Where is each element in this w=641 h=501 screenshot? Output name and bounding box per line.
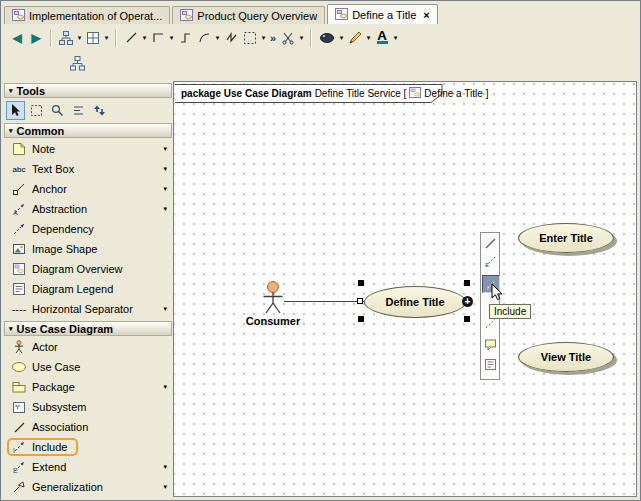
grid-tool-button[interactable] — [84, 28, 102, 48]
main-toolbar: ◀ ▶ ▾ ▾ ▾ ▾ ▾ ▾ » ▾ ▾ ▾ A ▾ — [4, 25, 637, 50]
comment-smart-button[interactable] — [483, 337, 498, 352]
association-line[interactable] — [284, 301, 364, 302]
use-case-label: Define Title — [385, 296, 444, 308]
chevron-down-icon[interactable]: ▾ — [163, 383, 167, 391]
actor-label[interactable]: Consumer — [237, 315, 309, 327]
toolbar-overflow-icon[interactable]: » — [268, 32, 278, 44]
chevron-down-icon[interactable]: ▾ — [163, 463, 167, 471]
note-icon — [11, 142, 27, 156]
zigzag-path-button[interactable] — [222, 28, 240, 48]
frame-header-diagram-name: Define a Title — [424, 88, 482, 99]
chevron-down-icon[interactable]: ▾ — [163, 483, 167, 491]
frame-header-bracket: ] — [486, 88, 489, 99]
dashed-rect-tool-button[interactable] — [241, 28, 259, 48]
chevron-down-icon[interactable]: ▾ — [365, 34, 372, 42]
palette-item-include[interactable]: I Include — [4, 437, 172, 457]
diagram-icon — [180, 9, 193, 23]
forward-button[interactable]: ▶ — [27, 28, 45, 48]
chevron-down-icon[interactable]: ▾ — [163, 205, 167, 213]
chevron-down-icon[interactable]: ▾ — [260, 34, 267, 42]
selection-handle[interactable] — [464, 316, 470, 322]
tab-define-a-title[interactable]: Define a Title × — [327, 4, 438, 24]
image-shape-icon — [11, 242, 27, 256]
chevron-down-icon[interactable]: ▾ — [163, 185, 167, 193]
palette-item-package[interactable]: Package ▾ — [4, 377, 172, 397]
bent-path-button[interactable] — [176, 28, 194, 48]
chevron-down-icon[interactable]: ▾ — [392, 34, 399, 42]
selection-handle[interactable] — [464, 280, 470, 286]
svg-text:E: E — [485, 262, 489, 268]
containment-tool-button[interactable] — [67, 53, 87, 73]
chevron-down-icon[interactable]: ▾ — [298, 34, 305, 42]
selection-handle[interactable] — [358, 280, 364, 286]
diagram-icon — [335, 8, 348, 22]
align-tool-button[interactable] — [69, 101, 88, 120]
include-highlight-box: I Include — [7, 438, 78, 456]
palette-item-association[interactable]: Association — [4, 417, 172, 437]
connection-point-handle[interactable] — [357, 298, 363, 304]
palette-section-tools[interactable]: ▾ Tools — [4, 83, 172, 98]
chevron-down-icon[interactable]: ▾ — [163, 165, 167, 173]
chevron-down-icon[interactable]: ▾ — [214, 34, 221, 42]
palette-item-generalization[interactable]: Generalization ▾ — [4, 477, 172, 497]
marquee-tool-button[interactable] — [27, 101, 46, 120]
actor-consumer[interactable] — [260, 280, 286, 316]
palette-item-image-shape[interactable]: Image Shape — [4, 239, 172, 259]
smart-plus-button[interactable]: + — [462, 296, 473, 307]
select-tool-button[interactable] — [6, 101, 25, 120]
chevron-down-icon[interactable]: ▾ — [76, 34, 83, 42]
oblique-path-button[interactable] — [122, 28, 140, 48]
curved-path-button[interactable] — [195, 28, 213, 48]
association-icon — [11, 420, 27, 434]
palette-item-horizontal-separator[interactable]: ---- Horizontal Separator ▾ — [4, 299, 172, 319]
chevron-down-icon: ▾ — [9, 127, 13, 135]
chevron-down-icon[interactable]: ▾ — [141, 34, 148, 42]
palette-section-use-case-diagram[interactable]: ▾ Use Case Diagram — [4, 321, 172, 336]
palette-item-note[interactable]: Note ▾ — [4, 139, 172, 159]
chevron-down-icon[interactable]: ▾ — [103, 34, 110, 42]
palette-item-diagram-overview[interactable]: Diagram Overview — [4, 259, 172, 279]
svg-text:E: E — [13, 467, 18, 474]
selection-handle[interactable] — [358, 316, 364, 322]
legend-smart-button[interactable] — [483, 357, 498, 372]
pen-color-button[interactable] — [346, 28, 364, 48]
palette-item-dependency[interactable]: Dependency — [4, 219, 172, 239]
use-case-define-title[interactable]: Define Title — [364, 286, 466, 318]
diagram-canvas[interactable]: package Use Case Diagram Define Title Se… — [173, 81, 637, 497]
palette-item-actor[interactable]: Actor — [4, 337, 172, 357]
scissors-button[interactable] — [279, 28, 297, 48]
palette-section-common[interactable]: ▾ Common — [4, 123, 172, 138]
extend-icon: E — [11, 460, 27, 474]
package-icon — [11, 380, 27, 394]
hierarchy-tool-button[interactable] — [57, 28, 75, 48]
app-window: Implementation of Operat... Product Quer… — [0, 0, 641, 501]
rectilinear-path-button[interactable] — [149, 28, 167, 48]
order-tool-button[interactable] — [90, 101, 109, 120]
abstraction-icon: A — [11, 202, 27, 216]
association-smart-button[interactable] — [483, 236, 498, 251]
extend-smart-button[interactable]: E — [483, 254, 498, 269]
palette-item-text-box[interactable]: abc Text Box ▾ — [4, 159, 172, 179]
chevron-down-icon[interactable]: ▾ — [163, 145, 167, 153]
close-icon[interactable]: × — [423, 10, 429, 20]
palette-item-use-case[interactable]: Use Case — [4, 357, 172, 377]
palette-item-diagram-legend[interactable]: Diagram Legend — [4, 279, 172, 299]
chevron-down-icon[interactable]: ▾ — [168, 34, 175, 42]
palette-item-subsystem[interactable]: Subsystem — [4, 397, 172, 417]
palette-item-extend[interactable]: E Extend ▾ — [4, 457, 172, 477]
magnifier-tool-button[interactable] — [48, 101, 67, 120]
back-button[interactable]: ◀ — [8, 28, 26, 48]
use-case-view-title[interactable]: View Title — [518, 342, 614, 372]
use-case-enter-title[interactable]: Enter Title — [518, 223, 614, 253]
chevron-down-icon: ▾ — [9, 325, 13, 333]
palette-item-abstraction[interactable]: A Abstraction ▾ — [4, 199, 172, 219]
tab-implementation-of-operations[interactable]: Implementation of Operat... — [4, 6, 170, 24]
shape-fill-button[interactable] — [317, 28, 337, 48]
chevron-down-icon: ▾ — [9, 87, 13, 95]
tab-product-query-overview[interactable]: Product Query Overview — [172, 6, 325, 24]
font-color-button[interactable]: A — [373, 28, 391, 48]
chevron-down-icon[interactable]: ▾ — [163, 305, 167, 313]
diagram-overview-icon — [11, 262, 27, 276]
palette-item-anchor[interactable]: Anchor ▾ — [4, 179, 172, 199]
chevron-down-icon[interactable]: ▾ — [338, 34, 345, 42]
